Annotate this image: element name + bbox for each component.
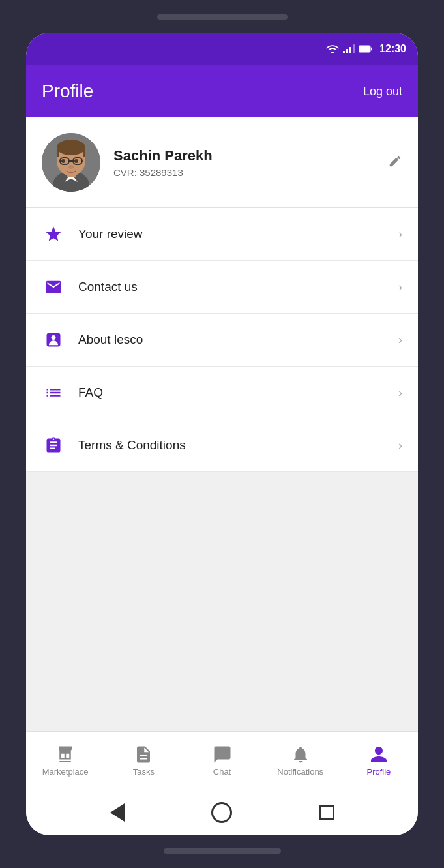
empty-area: [26, 472, 418, 731]
svg-point-12: [57, 140, 85, 155]
list-icon: [42, 381, 65, 404]
faq-chevron: ›: [398, 386, 402, 400]
home-icon: [211, 802, 232, 823]
star-icon: [42, 222, 65, 246]
status-icons: 12:30: [326, 43, 406, 55]
nav-item-marketplace[interactable]: Marketplace: [26, 745, 104, 777]
store-icon: [55, 745, 75, 764]
about-label: About lesco: [78, 333, 398, 347]
page-title: Profile: [42, 81, 93, 102]
about-chevron: ›: [398, 333, 402, 347]
profile-name: Sachin Parekh: [113, 147, 388, 164]
faq-label: FAQ: [78, 385, 398, 400]
svg-point-18: [61, 159, 65, 163]
nav-item-chat[interactable]: Chat: [183, 745, 261, 777]
content-area: Sachin Parekh CVR: 35289313: [26, 117, 418, 731]
review-label: Your review: [78, 227, 398, 241]
chat-icon: [213, 745, 232, 764]
signal-icon: [343, 44, 355, 53]
back-icon: [110, 803, 125, 822]
top-notch: [157, 14, 288, 20]
android-nav: [26, 790, 418, 835]
terms-label: Terms & Conditions: [78, 438, 398, 453]
status-bar: 12:30: [26, 33, 418, 65]
recent-button[interactable]: [315, 801, 338, 824]
profile-icon: [369, 745, 389, 764]
profile-info: Sachin Parekh CVR: 35289313: [113, 147, 388, 178]
phone-screen: 12:30 Profile Log out: [26, 33, 418, 835]
bell-icon: [291, 745, 310, 764]
tasks-icon: [134, 745, 153, 764]
avatar: [42, 133, 100, 192]
back-button[interactable]: [106, 801, 129, 824]
nav-item-notifications[interactable]: Notifications: [261, 745, 340, 777]
avatar-image: [42, 133, 100, 192]
edit-button[interactable]: [388, 154, 402, 172]
time-display: 12:30: [379, 43, 406, 55]
clipboard-icon: [42, 434, 65, 457]
home-button[interactable]: [210, 801, 233, 824]
svg-rect-1: [346, 49, 348, 53]
profile-cvr: CVR: 35289313: [113, 167, 388, 178]
recent-icon: [319, 805, 334, 820]
tasks-label: Tasks: [133, 767, 155, 777]
svg-point-19: [74, 159, 78, 163]
svg-rect-13: [57, 146, 59, 157]
svg-rect-14: [83, 146, 85, 157]
menu-item-terms[interactable]: Terms & Conditions ›: [26, 419, 418, 472]
menu-item-about[interactable]: About lesco ›: [26, 314, 418, 367]
contact-chevron: ›: [398, 280, 402, 294]
review-chevron: ›: [398, 228, 402, 241]
menu-item-faq[interactable]: FAQ ›: [26, 367, 418, 419]
menu-item-review[interactable]: Your review ›: [26, 208, 418, 261]
marketplace-label: Marketplace: [42, 767, 89, 777]
svg-rect-0: [343, 51, 345, 53]
svg-point-22: [52, 335, 56, 340]
bottom-nav: Marketplace Tasks Chat Notifications: [26, 731, 418, 790]
menu-list: Your review › Contact us ›: [26, 208, 418, 472]
chat-label: Chat: [213, 767, 231, 777]
header: Profile Log out: [26, 65, 418, 117]
notifications-label: Notifications: [277, 767, 323, 777]
envelope-icon: [42, 275, 65, 299]
wifi-icon: [326, 44, 339, 53]
profile-section: Sachin Parekh CVR: 35289313: [26, 117, 418, 208]
logout-button[interactable]: Log out: [363, 85, 402, 98]
terms-chevron: ›: [398, 439, 402, 453]
phone-frame: 12:30 Profile Log out: [0, 0, 444, 868]
person-icon: [42, 328, 65, 352]
nav-item-tasks[interactable]: Tasks: [104, 745, 183, 777]
nav-item-profile[interactable]: Profile: [340, 745, 418, 777]
svg-point-20: [68, 165, 74, 169]
svg-rect-2: [349, 47, 351, 53]
profile-label: Profile: [366, 767, 391, 777]
svg-rect-8: [56, 180, 86, 192]
battery-icon: [359, 45, 373, 53]
menu-item-contact[interactable]: Contact us ›: [26, 261, 418, 314]
bottom-notch: [164, 848, 281, 854]
svg-rect-4: [359, 46, 370, 52]
svg-rect-3: [353, 44, 355, 53]
svg-rect-5: [371, 48, 372, 51]
contact-label: Contact us: [78, 280, 398, 294]
